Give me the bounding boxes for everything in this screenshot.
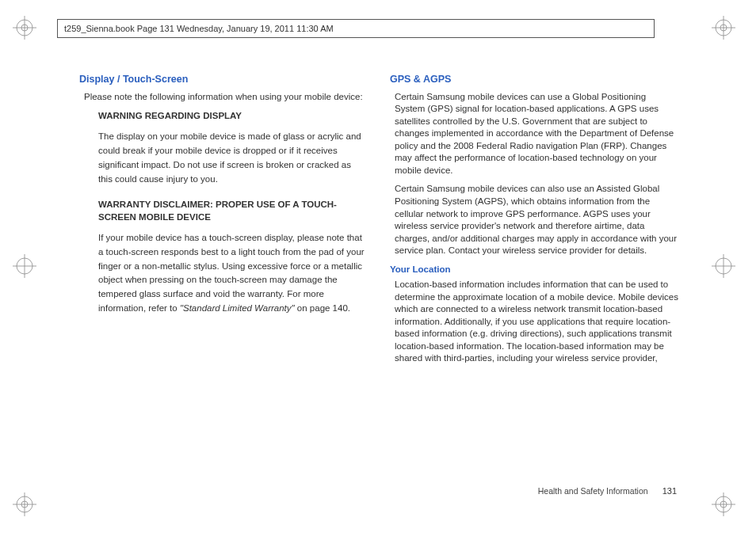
page-number: 131 bbox=[662, 486, 677, 496]
location-paragraph: Location-based information includes info… bbox=[395, 279, 678, 365]
footer-section-name: Health and Safety Information bbox=[538, 486, 648, 496]
warning-title-1: WARNING REGARDING DISPLAY bbox=[98, 109, 365, 122]
left-column: Display / Touch-Screen Please note the f… bbox=[79, 73, 368, 485]
svg-point-11 bbox=[21, 501, 28, 508]
right-column: GPS & AGPS Certain Samsung mobile device… bbox=[390, 73, 678, 485]
document-file-info: t259_Sienna.book Page 131 Wednesday, Jan… bbox=[64, 24, 334, 33]
document-header-box: t259_Sienna.book Page 131 Wednesday, Jan… bbox=[57, 19, 655, 38]
svg-point-3 bbox=[21, 25, 28, 31]
content-area: Display / Touch-Screen Please note the f… bbox=[79, 73, 678, 485]
registration-mark-icon bbox=[712, 254, 743, 286]
warning-body-2b: on page 140. bbox=[297, 303, 350, 313]
gps-paragraph-2: Certain Samsung mobile devices can also … bbox=[395, 183, 678, 257]
intro-paragraph: Please note the following information wh… bbox=[84, 91, 363, 104]
svg-point-8 bbox=[17, 496, 32, 512]
warning-body-2: If your mobile device has a touch-screen… bbox=[98, 231, 365, 316]
registration-mark-icon bbox=[13, 16, 44, 48]
warning-body-2a: If your mobile device has a touch-screen… bbox=[98, 233, 365, 313]
subsection-heading-location: Your Location bbox=[390, 264, 678, 276]
document-page: t259_Sienna.book Page 131 Wednesday, Jan… bbox=[0, 0, 756, 540]
section-heading-display: Display / Touch-Screen bbox=[79, 73, 368, 86]
svg-point-12 bbox=[716, 496, 731, 512]
svg-point-0 bbox=[17, 20, 32, 36]
registration-mark-icon bbox=[13, 254, 44, 286]
registration-mark-icon bbox=[712, 16, 743, 48]
registration-mark-icon bbox=[712, 492, 743, 524]
svg-point-15 bbox=[720, 501, 727, 508]
svg-point-7 bbox=[720, 25, 727, 31]
registration-mark-icon bbox=[13, 492, 44, 524]
warranty-reference: "Standard Limited Warranty" bbox=[180, 303, 295, 313]
svg-point-4 bbox=[716, 20, 731, 36]
section-heading-gps: GPS & AGPS bbox=[390, 73, 678, 86]
page-footer: Health and Safety Information 131 bbox=[538, 486, 677, 496]
warning-title-2: WARRANTY DISCLAIMER: PROPER USE OF A TOU… bbox=[98, 198, 365, 223]
warning-block: WARNING REGARDING DISPLAY The display on… bbox=[98, 109, 365, 315]
gps-paragraph-1: Certain Samsung mobile devices can use a… bbox=[395, 91, 678, 177]
svg-point-16 bbox=[17, 258, 32, 274]
svg-point-19 bbox=[716, 258, 731, 274]
warning-body-1: The display on your mobile device is mad… bbox=[98, 130, 365, 186]
